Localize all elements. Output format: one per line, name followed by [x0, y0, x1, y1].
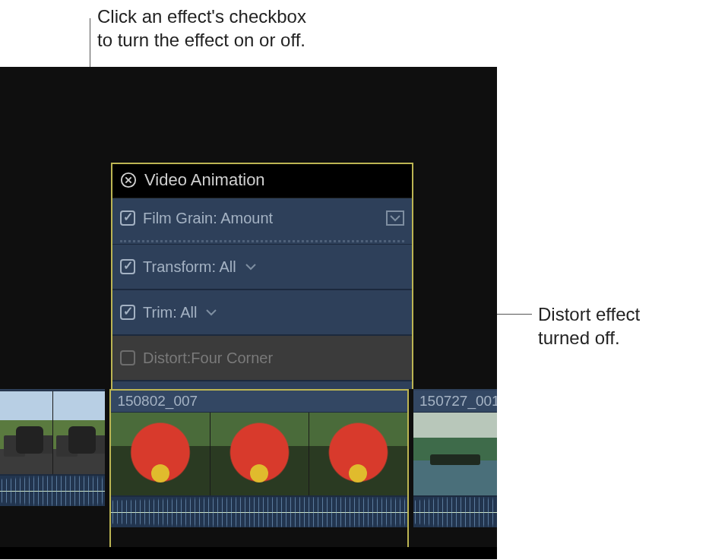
effect-checkbox[interactable] — [120, 210, 135, 226]
top-callout-line1: Click an effect's checkbox — [97, 5, 306, 28]
chevron-down-icon[interactable] — [204, 307, 218, 318]
video-animation-header: Video Animation — [112, 164, 412, 198]
thumbnail — [309, 413, 407, 495]
thumbnail — [0, 391, 53, 474]
clip-thumbnails — [0, 391, 105, 476]
effect-checkbox[interactable] — [120, 305, 135, 320]
effect-checkbox[interactable] — [120, 259, 135, 274]
timeline-bottom-bar — [0, 547, 497, 559]
effect-label: Film Grain: Amount — [143, 210, 273, 227]
clip-track: 150802_007 150727_001 — [0, 389, 497, 559]
clip-name: 150727_001 — [413, 391, 497, 412]
chevron-down-icon[interactable] — [244, 261, 258, 272]
effect-label: Distort:Four Corner — [143, 350, 273, 367]
effect-label: Trim: All — [143, 304, 197, 321]
thumbnail — [111, 413, 210, 495]
timeline-area: Video Animation Film Grain: Amount Trans… — [0, 67, 497, 559]
effect-checkbox[interactable] — [120, 350, 135, 365]
effect-row-transform[interactable]: Transform: All — [112, 244, 412, 289]
dotted-separator — [120, 240, 404, 242]
expand-dropdown-icon[interactable] — [386, 210, 404, 226]
audio-waveform[interactable] — [413, 497, 497, 527]
top-callout-line2: to turn the effect on or off. — [97, 28, 306, 52]
effect-row-film-grain[interactable]: Film Grain: Amount — [112, 198, 412, 244]
thumbnail — [53, 391, 106, 474]
timeline-clip[interactable]: 150727_001 — [413, 389, 497, 559]
effect-row-trim[interactable]: Trim: All — [112, 289, 412, 335]
video-animation-panel: Video Animation Film Grain: Amount Trans… — [111, 163, 413, 428]
effect-label: Transform: All — [143, 258, 236, 276]
clip-name: 150802_007 — [111, 391, 407, 412]
close-icon[interactable] — [120, 172, 137, 188]
right-callout: Distort effect turned off. — [538, 302, 640, 350]
top-callout: Click an effect's checkbox to turn the e… — [97, 5, 306, 52]
audio-waveform[interactable] — [111, 497, 407, 527]
thumbnail — [210, 413, 309, 495]
right-callout-line2: turned off. — [538, 326, 640, 350]
timeline-clip[interactable] — [0, 389, 105, 559]
effect-row-distort[interactable]: Distort:Four Corner — [112, 335, 412, 381]
panel-title: Video Animation — [144, 170, 265, 190]
right-callout-line1: Distort effect — [538, 302, 640, 326]
timeline-clip-selected[interactable]: 150802_007 — [109, 389, 409, 559]
thumbnail — [413, 413, 497, 495]
clip-thumbnails — [413, 412, 497, 497]
clip-thumbnails — [111, 412, 407, 497]
audio-waveform[interactable] — [0, 476, 105, 506]
